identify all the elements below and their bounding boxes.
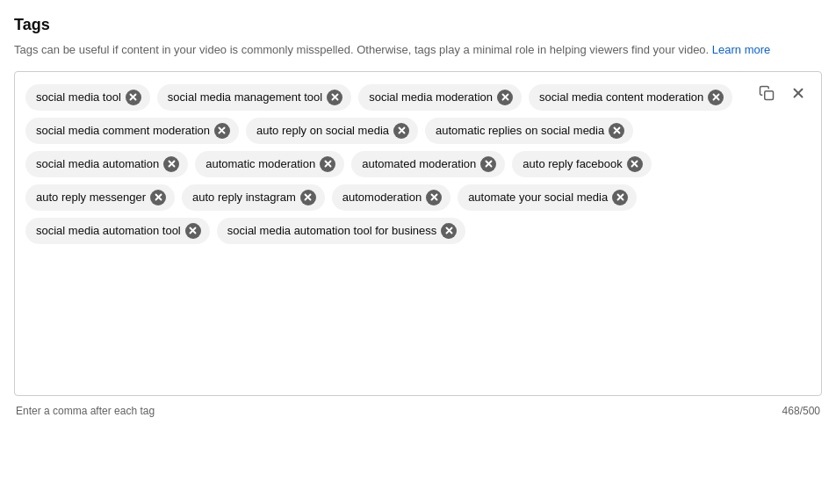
learn-more-link[interactable]: Learn more <box>712 43 770 56</box>
description: Tags can be useful if content in your vi… <box>14 41 822 59</box>
svg-rect-0 <box>765 91 774 100</box>
description-text: Tags can be useful if content in your vi… <box>14 43 712 56</box>
tag-label: auto reply messenger <box>36 191 146 204</box>
tags-footer: Enter a comma after each tag 468/500 <box>14 405 822 417</box>
tag-remove-button[interactable] <box>497 90 513 105</box>
tag-remove-button[interactable] <box>393 123 409 139</box>
tag-remove-button[interactable] <box>126 90 141 105</box>
close-icon <box>790 85 806 104</box>
tag-remove-button[interactable] <box>609 123 624 139</box>
tag-remove-button[interactable] <box>708 90 724 105</box>
close-button[interactable] <box>784 81 812 109</box>
tag-item: social media management tool <box>157 84 351 111</box>
tag-remove-button[interactable] <box>327 90 342 105</box>
tag-item: automatic moderation <box>195 151 344 177</box>
tag-item: social media content moderation <box>529 84 732 111</box>
tags-actions <box>753 81 812 109</box>
tag-remove-button[interactable] <box>627 156 643 172</box>
tag-item: auto reply instagram <box>182 184 325 211</box>
tag-remove-button[interactable] <box>150 190 166 205</box>
tag-label: automatic moderation <box>205 157 315 170</box>
tag-label: automated moderation <box>362 157 476 170</box>
tag-label: social media moderation <box>369 90 493 104</box>
tag-item: automate your social media <box>458 184 637 211</box>
copy-button[interactable] <box>753 81 781 109</box>
tag-label: auto reply facebook <box>522 157 622 170</box>
tag-remove-button[interactable] <box>185 223 201 239</box>
tag-remove-button[interactable] <box>214 123 230 139</box>
tag-label: social media automation tool <box>36 224 181 237</box>
tag-item: automoderation <box>332 184 450 211</box>
tag-item: social media tool <box>25 84 150 111</box>
tag-remove-button[interactable] <box>163 156 179 172</box>
tags-box: social media toolsocial media management… <box>14 71 822 396</box>
tag-item: auto reply on social media <box>246 118 418 144</box>
tag-item: social media moderation <box>358 84 522 111</box>
tag-label: social media automation tool for busines… <box>227 224 436 237</box>
tag-item: automated moderation <box>351 151 505 177</box>
tag-remove-button[interactable] <box>300 190 316 205</box>
tag-label: social media automation <box>36 157 159 170</box>
tag-item: automatic replies on social media <box>425 118 633 144</box>
tag-item: social media comment moderation <box>25 118 239 144</box>
tag-item: auto reply facebook <box>512 151 651 177</box>
tag-label: social media comment moderation <box>36 124 210 137</box>
tag-remove-button[interactable] <box>480 156 496 172</box>
char-count: 468/500 <box>782 405 820 417</box>
tag-label: social media content moderation <box>539 90 703 104</box>
tag-label: automate your social media <box>468 191 608 204</box>
tag-item: social media automation <box>25 151 188 177</box>
tag-remove-button[interactable] <box>426 190 442 205</box>
tag-label: social media tool <box>36 90 121 104</box>
tag-remove-button[interactable] <box>441 223 457 239</box>
tag-item: auto reply messenger <box>25 184 175 211</box>
tag-item: social media automation tool for busines… <box>217 218 465 244</box>
tag-label: auto reply on social media <box>256 124 389 137</box>
tag-item: social media automation tool <box>25 218 210 244</box>
footer-hint: Enter a comma after each tag <box>16 405 155 417</box>
tags-container: social media toolsocial media management… <box>25 84 811 244</box>
tag-remove-button[interactable] <box>612 190 628 205</box>
tag-remove-button[interactable] <box>320 156 335 172</box>
tag-label: automoderation <box>342 191 422 204</box>
tag-label: auto reply instagram <box>192 191 296 204</box>
copy-icon <box>759 85 775 104</box>
tag-label: social media management tool <box>168 90 322 104</box>
page-title: Tags <box>14 16 822 34</box>
tag-label: automatic replies on social media <box>436 124 604 137</box>
